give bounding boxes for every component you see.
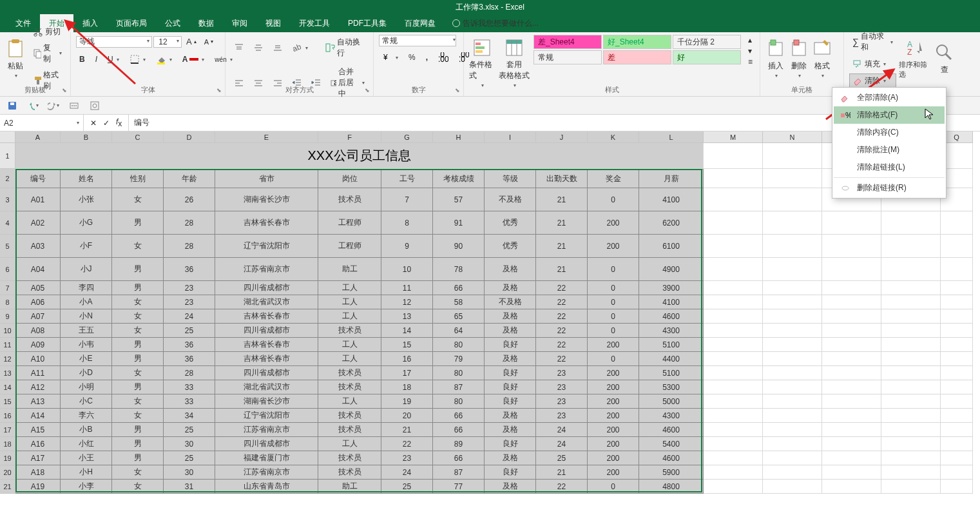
cell[interactable]: 23 (381, 451, 433, 465)
cell[interactable]: 江苏省南京市 (215, 465, 318, 480)
cell[interactable]: 小明 (61, 380, 112, 394)
menu-tab-9[interactable]: PDF工具集 (339, 14, 396, 33)
cell[interactable]: 男 (112, 352, 164, 366)
cell[interactable] (763, 169, 822, 188)
row-header[interactable]: 5 (0, 235, 15, 258)
cell[interactable] (881, 451, 941, 465)
cell[interactable]: 3900 (639, 281, 704, 295)
delete-button[interactable]: 删除 (791, 61, 807, 72)
cell[interactable] (822, 338, 881, 352)
cell[interactable]: 工程师 (318, 211, 381, 235)
cell[interactable]: 23 (536, 380, 588, 394)
col-header[interactable]: B (61, 131, 112, 143)
number-format-select[interactable] (379, 35, 456, 46)
align-bottom-button[interactable] (269, 41, 286, 55)
menu-tab-6[interactable]: 审阅 (223, 14, 256, 33)
cell[interactable]: 7 (381, 188, 433, 211)
cell[interactable]: 及格 (485, 409, 536, 423)
cell[interactable]: 小N (61, 309, 112, 324)
cell[interactable]: 技术员 (318, 366, 381, 380)
underline-button[interactable]: U▾ (104, 53, 122, 66)
cell[interactable]: 36 (164, 352, 215, 366)
cell[interactable]: 四川省成都市 (215, 437, 318, 451)
cell[interactable]: 良好 (485, 338, 536, 352)
cell[interactable]: 山东省青岛市 (215, 480, 318, 494)
cell[interactable] (881, 309, 941, 324)
cell[interactable]: 良好 (485, 465, 536, 480)
cell[interactable]: A05 (15, 281, 61, 295)
cell[interactable]: 5400 (639, 437, 704, 451)
cell[interactable]: 奖金 (588, 169, 639, 188)
style-normal[interactable]: 常规 (533, 50, 602, 64)
accept-formula-button[interactable]: ✓ (103, 119, 110, 128)
cell[interactable] (763, 451, 822, 465)
col-header[interactable]: K (588, 131, 639, 143)
col-header[interactable]: D (164, 131, 215, 143)
style-thousands[interactable]: 千位分隔 2 (673, 35, 741, 49)
col-header[interactable]: M (704, 131, 763, 143)
cell[interactable]: 66 (433, 409, 485, 423)
styles-scroll-down[interactable]: ▾ (746, 46, 754, 56)
row-header[interactable]: 6 (0, 258, 15, 281)
cell[interactable] (704, 437, 763, 451)
cell[interactable]: 男 (112, 437, 164, 451)
cell[interactable]: 小C (61, 394, 112, 409)
cell[interactable]: 王五 (61, 324, 112, 338)
cell[interactable]: 26 (164, 188, 215, 211)
font-name-input[interactable] (76, 36, 152, 48)
cell[interactable]: 5000 (639, 394, 704, 409)
cell[interactable]: 22 (536, 480, 588, 494)
cell[interactable] (941, 480, 973, 494)
sort-filter-button[interactable]: 排序和筛选 (899, 60, 932, 79)
cell[interactable]: 男 (112, 451, 164, 465)
cell[interactable] (941, 451, 973, 465)
cell[interactable]: 22 (536, 281, 588, 295)
cell[interactable] (704, 366, 763, 380)
cell[interactable]: 良好 (485, 394, 536, 409)
cell[interactable]: 4900 (639, 258, 704, 281)
cell[interactable]: 四川省成都市 (215, 324, 318, 338)
cell[interactable] (763, 465, 822, 480)
cell[interactable]: 男 (112, 338, 164, 352)
name-box[interactable]: A2▾ (0, 115, 84, 131)
cell[interactable] (763, 281, 822, 295)
cell[interactable]: 80 (433, 394, 485, 409)
number-launcher[interactable]: ⬊ (454, 86, 461, 94)
cell[interactable] (881, 258, 941, 281)
format-button[interactable]: 格式 (814, 61, 830, 72)
cell[interactable]: 4400 (639, 352, 704, 366)
cell[interactable]: 0 (588, 352, 639, 366)
cell[interactable]: 吉林省长春市 (215, 352, 318, 366)
cell[interactable] (763, 143, 822, 169)
cell[interactable]: 16 (381, 352, 433, 366)
menu-tab-10[interactable]: 百度网盘 (396, 14, 445, 33)
table-format-button[interactable]: 套用 表格格式 (499, 59, 530, 81)
cell[interactable]: A16 (15, 437, 61, 451)
accounting-button[interactable]: ¥▾ (379, 50, 401, 64)
cell[interactable]: 工号 (381, 169, 433, 188)
row-header[interactable]: 13 (0, 366, 15, 380)
col-header[interactable]: J (536, 131, 588, 143)
cell[interactable] (941, 465, 973, 480)
cell[interactable]: 200 (588, 423, 639, 437)
cell[interactable]: 女 (112, 295, 164, 309)
cut-button[interactable]: 剪切 (30, 24, 65, 39)
increase-decimal-button[interactable]: .0.00 (435, 50, 452, 64)
cell[interactable]: 女 (112, 465, 164, 480)
cell[interactable] (941, 338, 973, 352)
cell[interactable]: 良好 (485, 437, 536, 451)
cell[interactable]: 200 (588, 211, 639, 235)
cell[interactable] (822, 324, 881, 338)
row-header[interactable]: 15 (0, 394, 15, 409)
cell[interactable]: 小王 (61, 451, 112, 465)
cell[interactable] (704, 465, 763, 480)
cell[interactable]: 福建省厦门市 (215, 451, 318, 465)
clear-comments-item[interactable]: 清除批注(M) (834, 141, 945, 159)
cell[interactable] (763, 338, 822, 352)
cell[interactable]: A12 (15, 380, 61, 394)
cell[interactable]: 性别 (112, 169, 164, 188)
row-header[interactable]: 4 (0, 211, 15, 235)
cell[interactable]: 及格 (485, 281, 536, 295)
clear-button[interactable]: 清除▾ (849, 73, 896, 88)
cell[interactable]: 34 (164, 409, 215, 423)
